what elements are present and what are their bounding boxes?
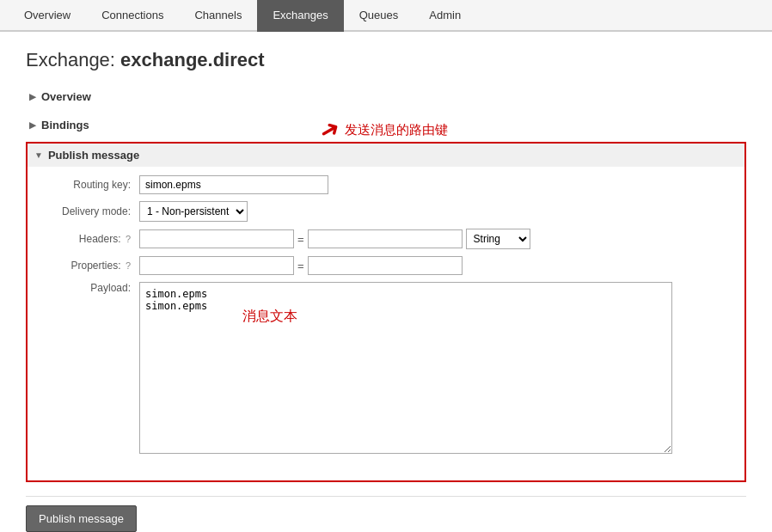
bindings-arrow-icon bbox=[29, 120, 36, 130]
nav-exchanges[interactable]: Exchanges bbox=[257, 0, 343, 32]
nav-overview[interactable]: Overview bbox=[9, 0, 86, 32]
nav-admin[interactable]: Admin bbox=[414, 0, 476, 32]
delivery-mode-row: Delivery mode: 1 - Non-persistent 2 - Pe… bbox=[45, 201, 727, 222]
annotation-text: 发送消息的路由键 bbox=[345, 122, 448, 138]
publish-form: Routing key: Delivery mode: 1 - Non-pers… bbox=[28, 167, 744, 480]
submit-area: Publish message bbox=[26, 496, 746, 532]
payload-textarea[interactable]: simon.epms simon.epms bbox=[139, 282, 672, 454]
properties-row: Properties: ? = bbox=[45, 256, 727, 275]
payload-wrapper: simon.epms simon.epms 消息文本 bbox=[139, 282, 672, 456]
properties-eq: = bbox=[297, 260, 304, 272]
headers-help-icon[interactable]: ? bbox=[126, 234, 131, 244]
overview-arrow-icon bbox=[29, 92, 36, 101]
delivery-mode-input-wrapper: 1 - Non-persistent 2 - Persistent bbox=[139, 201, 248, 222]
payload-label: Payload: bbox=[45, 282, 139, 294]
nav-connections[interactable]: Connections bbox=[86, 0, 179, 32]
overview-section-header[interactable]: Overview bbox=[26, 85, 746, 108]
payload-row: Payload: simon.epms simon.epms 消息文本 bbox=[45, 282, 727, 456]
routing-key-input[interactable] bbox=[139, 175, 328, 194]
nav-channels[interactable]: Channels bbox=[179, 0, 257, 32]
overview-section: Overview bbox=[26, 85, 746, 108]
routing-key-input-wrapper bbox=[139, 175, 328, 194]
publish-section-header[interactable]: Publish message bbox=[28, 144, 744, 167]
nav-queues[interactable]: Queues bbox=[344, 0, 414, 32]
top-navigation: Overview Connections Channels Exchanges … bbox=[0, 0, 772, 32]
routing-key-row: Routing key: bbox=[45, 175, 727, 194]
headers-type-select[interactable]: String Integer Boolean bbox=[466, 229, 530, 249]
publish-section-label: Publish message bbox=[48, 149, 139, 162]
properties-help-icon[interactable]: ? bbox=[126, 260, 131, 271]
bindings-section-label: Bindings bbox=[41, 119, 89, 131]
delivery-mode-select[interactable]: 1 - Non-persistent 2 - Persistent bbox=[139, 201, 248, 222]
publish-arrow-icon bbox=[34, 150, 43, 160]
headers-label: Headers: ? bbox=[45, 233, 139, 245]
publish-message-section: ➜ 发送消息的路由键 Publish message Routing key: … bbox=[26, 142, 746, 482]
headers-key-input[interactable] bbox=[139, 229, 294, 248]
properties-label: Properties: ? bbox=[45, 260, 139, 272]
headers-row: Headers: ? = String Integer Boolean bbox=[45, 229, 727, 249]
headers-eq: = bbox=[297, 233, 304, 246]
properties-key-input[interactable] bbox=[139, 256, 294, 275]
properties-value-input[interactable] bbox=[308, 256, 463, 275]
page-title: Exchange: exchange.direct bbox=[26, 49, 746, 71]
publish-message-button[interactable]: Publish message bbox=[26, 505, 137, 532]
delivery-mode-label: Delivery mode: bbox=[45, 205, 139, 217]
overview-section-label: Overview bbox=[41, 90, 91, 103]
routing-key-label: Routing key: bbox=[45, 179, 139, 191]
properties-inputs: = bbox=[139, 256, 463, 275]
headers-inputs: = String Integer Boolean bbox=[139, 229, 530, 249]
routing-key-annotation: ➜ 发送消息的路由键 bbox=[320, 116, 448, 144]
headers-value-input[interactable] bbox=[308, 229, 463, 248]
